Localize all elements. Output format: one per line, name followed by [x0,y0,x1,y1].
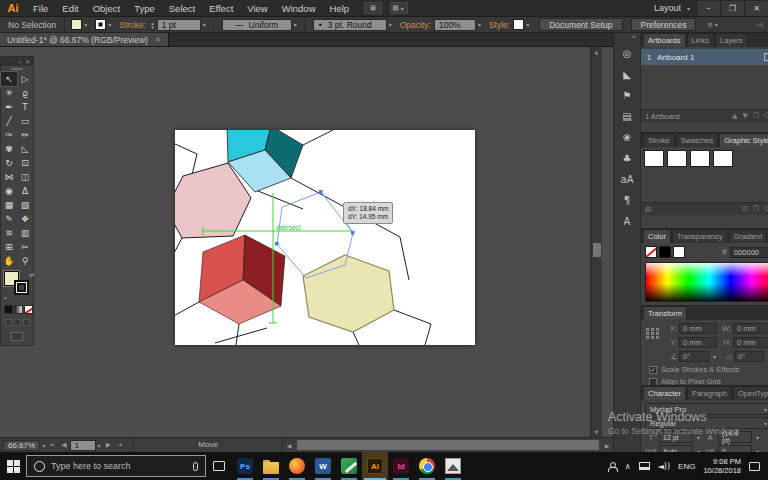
y-field[interactable]: 0 mm [679,337,717,348]
stroke-label[interactable]: Stroke: [119,20,146,30]
tools-panel-grip[interactable] [11,68,23,70]
unlink-style-icon[interactable]: ∅ [742,205,748,213]
chevron-down-icon[interactable]: ▾ [106,21,113,28]
chevron-down-icon[interactable]: ▾ [201,21,208,28]
chevron-down-icon[interactable]: ▾ [387,21,394,28]
last-artboard-icon[interactable]: ⇥ [114,441,125,449]
magic-wand-tool[interactable]: ✳ [1,86,17,100]
arrange-documents-icon[interactable]: ▦▾ [390,2,408,14]
task-view-button[interactable] [206,452,232,480]
style-label[interactable]: Style: [489,20,510,30]
close-tools-icon[interactable]: ✕ [25,58,30,65]
chevron-down-icon[interactable]: ▾ [476,21,483,28]
free-transform-tool[interactable]: ◫ [17,170,33,184]
layers-panel-panel-icon[interactable]: ▤ [614,106,641,127]
cream-hexagon[interactable] [303,255,394,332]
symbols-panel-icon[interactable]: ❀ [614,127,641,148]
people-icon[interactable] [608,462,617,471]
chevron-down-icon[interactable]: ▾ [754,434,761,441]
x-field[interactable]: 0 mm [679,323,717,334]
panel-tab[interactable]: Layers [715,33,748,47]
hidden-icons-chevron[interactable]: ∧ [625,462,631,471]
color-spectrum[interactable] [645,262,768,302]
eraser-tool[interactable]: ◺ [17,142,33,156]
panel-tab[interactable]: Stroke [643,133,675,147]
menu-item[interactable]: Help [323,3,357,14]
draw-behind-button[interactable] [14,319,21,326]
brushes-panel-icon[interactable]: ♣ [614,148,641,169]
minimize-button[interactable]: – [696,1,720,16]
word-taskbar-button[interactable]: W [310,452,336,480]
draw-inside-button[interactable] [23,319,30,326]
chevron-down-icon[interactable]: ▾ [40,442,47,449]
shear-field[interactable]: 0° [734,351,764,362]
menu-item[interactable]: File [26,3,55,14]
stroke-weight-stepper[interactable]: ▴▾ [151,21,154,29]
menu-item[interactable]: Effect [202,3,240,14]
tools-panel-header[interactable]: « ✕ [1,57,33,66]
none-mode-button[interactable] [24,305,33,314]
firefox-taskbar-button[interactable] [284,452,310,480]
pen-tool[interactable]: ✒ [1,100,17,114]
scroll-up-icon[interactable]: ▲ [595,47,599,57]
move-up-icon[interactable]: ▲ [732,112,737,120]
scale-tool[interactable]: ⊡ [17,156,33,170]
panel-tab[interactable]: Transform [643,306,687,320]
draw-normal-button[interactable] [5,319,12,326]
style-libraries-icon[interactable]: ⊟ [645,205,651,214]
none-graphic-style-thumbnail[interactable] [667,150,687,167]
green-app-taskbar-button[interactable] [336,452,362,480]
chevron-down-icon[interactable]: ▾ [524,21,531,28]
swap-fill-stroke-icon[interactable]: ⇄ [29,271,34,278]
scroll-right-icon[interactable]: ▶ [601,442,613,449]
opacity-field[interactable]: 100% [434,19,476,31]
menu-item[interactable]: Edit [55,3,85,14]
white-color-swatch[interactable] [673,246,685,258]
document-tab[interactable]: Untitled-1* @ 66.67% (RGB/Preview) ✕ [0,33,169,46]
menu-item[interactable]: Type [127,3,162,14]
shape-builder-tool[interactable]: ◉ [1,184,17,198]
delete-style-icon[interactable]: ⌫ [764,205,768,213]
action-center-icon[interactable] [749,462,760,471]
scroll-left-icon[interactable]: ◀ [283,442,295,449]
w-field[interactable]: 0 mm [733,323,768,334]
preferences-button[interactable]: Preferences [631,18,697,31]
start-button[interactable] [0,452,26,480]
touch-workspace-icon[interactable]: ▣ [364,2,382,14]
close-button[interactable]: ✕ [744,1,768,16]
shaper-tool[interactable]: ✾ [1,142,17,156]
artboard-name[interactable]: Artboard 1 [657,53,764,62]
reference-point-grid[interactable] [646,328,660,339]
artboard-page-icon[interactable] [764,53,768,61]
rotate-tool[interactable]: ↻ [1,156,17,170]
indesign-taskbar-button[interactable]: Id [388,452,414,480]
panel-tab[interactable]: Graphic Styles [719,133,768,147]
chevron-down-icon[interactable]: ▾ [292,21,299,28]
chevron-down-icon[interactable]: ▾ [695,434,702,441]
tracking-field[interactable]: 0 [718,445,752,452]
chevron-down-icon[interactable]: ▾ [711,353,718,360]
horizontal-scroll-thumb[interactable] [297,440,599,450]
panel-tab[interactable]: OpenType [733,386,768,400]
checkbox-checked-icon[interactable]: ✓ [649,366,657,374]
panel-tab[interactable]: Color [643,229,671,243]
horizontal-scrollbar[interactable]: ◀ ▶ [283,438,613,452]
lasso-tool[interactable]: ϱ [17,86,33,100]
volume-icon[interactable]: ◄)) [658,462,670,471]
default-graphic-style-thumbnail[interactable] [644,150,664,167]
none-color-swatch[interactable] [645,246,657,258]
collapse-tools-icon[interactable]: « [18,58,22,65]
taskbar-clock[interactable]: 9:08 PM 10/28/2018 [703,457,741,475]
perspective-grid-tool[interactable]: Δ [17,184,33,198]
zoom-tool[interactable]: ⚲ [17,254,33,268]
checkbox-unchecked-icon[interactable] [649,378,657,386]
illustrator-taskbar-button[interactable]: Ai [362,452,388,480]
language-indicator[interactable]: ENG [678,462,695,471]
panel-tab[interactable]: Swatches [676,133,719,147]
font-style-field[interactable]: Regular ▾ [645,417,768,429]
menu-item[interactable]: Window [275,3,323,14]
artboard-canvas[interactable]: dX: 18.84 mm dY: 14.95 mm intersect [175,130,475,345]
appearance-panel-icon[interactable]: ⚑ [614,85,641,106]
scroll-down-icon[interactable]: ▼ [595,427,599,437]
character-styles-panel-icon[interactable]: aA [614,169,641,190]
